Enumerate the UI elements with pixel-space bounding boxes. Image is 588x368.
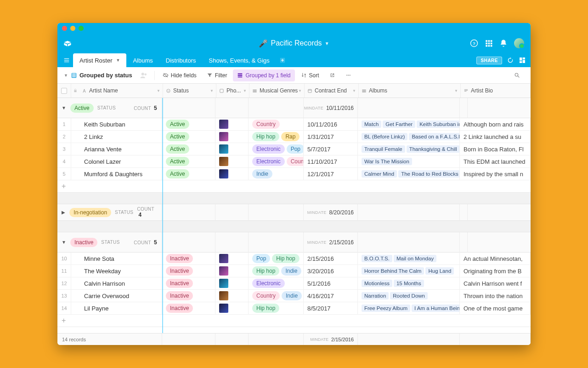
table-tab[interactable]: Distributors (159, 53, 203, 67)
add-row-button[interactable]: + (57, 180, 531, 193)
cell-genres[interactable]: Electronic (249, 277, 304, 289)
group-header[interactable]: ▼ Inactive STATUS COUNT 5 MINDATE2/15/20… (57, 232, 531, 253)
photo-thumbnail[interactable] (219, 291, 228, 300)
cell-bio[interactable]: This EDM act launched (460, 155, 531, 167)
table-list-menu-icon[interactable] (60, 53, 73, 67)
group-header[interactable]: ▼ Active STATUS COUNT 5 MINDATE10/11/201… (57, 98, 531, 118)
photo-thumbnail[interactable] (219, 304, 228, 313)
zoom-window-icon[interactable] (79, 26, 84, 31)
cell-photo[interactable] (215, 302, 249, 314)
cell-artist-name[interactable]: Keith Suburban (71, 118, 162, 130)
album-chip[interactable]: Thanksgiving & Chill (407, 145, 460, 153)
album-chip[interactable]: Hug Land (425, 267, 454, 275)
group-header[interactable]: ▶ In-negotiation STATUS COUNT 4 MINDATE8… (57, 204, 531, 221)
cell-genres[interactable]: CountryIndie (249, 290, 304, 302)
cell-status[interactable]: Inactive (162, 277, 215, 289)
help-icon[interactable]: ? (470, 39, 478, 47)
album-chip[interactable]: BL (Before Linkz) (362, 133, 407, 140)
cell-contract-end[interactable]: 12/1/2017 (304, 168, 358, 180)
photo-thumbnail[interactable] (219, 279, 228, 288)
cell-bio[interactable]: An actual Minnesotan, (460, 253, 531, 264)
album-chip[interactable]: Free Peezy Album (362, 305, 410, 312)
cell-contract-end[interactable]: 2/15/2016 (304, 253, 358, 264)
cell-contract-end[interactable]: 10/11/2016 (304, 118, 358, 130)
cell-genres[interactable]: Hip hopIndie (249, 265, 304, 277)
photo-thumbnail[interactable] (219, 266, 228, 276)
blocks-icon[interactable] (519, 57, 526, 64)
cell-photo[interactable] (215, 143, 249, 155)
album-chip[interactable]: I Am a Human Being (412, 305, 460, 312)
photo-thumbnail[interactable] (219, 169, 228, 178)
album-chip[interactable]: B.O.O.T.S. (362, 255, 392, 262)
table-row[interactable]: 1 Keith Suburban Active Country 10/11/20… (57, 118, 531, 131)
cell-genres[interactable]: PopHip hop (249, 253, 304, 264)
cell-bio[interactable]: Although born and rais (460, 118, 531, 130)
table-row[interactable]: 10 Minne Sota Inactive PopHip hop 2/15/2… (57, 253, 531, 265)
cell-artist-name[interactable]: Carrie Overwood (71, 290, 162, 302)
cell-status[interactable]: Inactive (162, 253, 215, 264)
cell-photo[interactable] (215, 118, 249, 130)
album-chip[interactable]: 15 Months (394, 280, 424, 287)
cell-genres[interactable]: ElectronicCountry (249, 155, 304, 167)
cell-bio[interactable]: One of the most game (460, 302, 531, 314)
user-avatar[interactable] (514, 38, 524, 48)
table-row[interactable]: 11 The Weekday Inactive Hip hopIndie 3/2… (57, 265, 531, 277)
cell-photo[interactable] (215, 277, 249, 289)
cell-albums[interactable]: NarrationRooted Down (358, 290, 460, 302)
cell-artist-name[interactable]: Colonel Lazer (71, 155, 162, 167)
cell-artist-name[interactable]: 2 Linkz (71, 131, 162, 143)
photo-thumbnail[interactable] (219, 132, 228, 141)
row-number[interactable]: 12 (57, 277, 71, 289)
base-title[interactable]: Pacific Records (271, 39, 322, 47)
cell-status[interactable]: Inactive (162, 290, 215, 302)
group-button[interactable]: Grouped by 1 field (233, 69, 294, 81)
cell-albums[interactable]: BL (Before Linkz)Based on a F.A.L.S.E (358, 131, 460, 143)
cell-genres[interactable]: Hip hopRap (249, 131, 304, 143)
cell-photo[interactable] (215, 265, 249, 277)
cell-status[interactable]: Active (162, 131, 215, 143)
cell-bio[interactable]: Born in Boca Raton, Fl (460, 143, 531, 155)
col-status[interactable]: Status (173, 87, 189, 94)
cell-bio[interactable]: 2 Linkz launched a su (460, 131, 531, 143)
select-all-checkbox[interactable] (57, 84, 71, 98)
cell-bio[interactable]: Originating from the B (460, 265, 531, 277)
cell-status[interactable]: Active (162, 168, 215, 180)
cell-photo[interactable] (215, 131, 249, 143)
album-chip[interactable]: Narration (362, 292, 389, 299)
cell-genres[interactable]: ElectronicPop (249, 143, 304, 155)
cell-genres[interactable]: Hip hop (249, 302, 304, 314)
photo-thumbnail[interactable] (219, 120, 228, 129)
cell-photo[interactable] (215, 253, 249, 264)
row-number[interactable]: 11 (57, 265, 71, 277)
album-chip[interactable]: Based on a F.A.L.S.E (409, 133, 460, 140)
table-row[interactable]: 3 Arianna Vente Active ElectronicPop 5/7… (57, 143, 531, 155)
cell-contract-end[interactable]: 5/1/2016 (304, 277, 358, 289)
col-genres[interactable]: Musical Genres (260, 87, 298, 94)
cell-contract-end[interactable]: 1/31/2017 (304, 131, 358, 143)
table-row[interactable]: 12 Calvin Harrison Inactive Electronic 5… (57, 277, 531, 290)
group-toggle-icon[interactable]: ▼ (61, 105, 67, 110)
table-row[interactable]: 13 Carrie Overwood Inactive CountryIndie… (57, 290, 531, 302)
col-photo[interactable]: Pho... (226, 87, 241, 94)
row-number[interactable]: 2 (57, 131, 71, 143)
cell-contract-end[interactable]: 5/7/2017 (304, 143, 358, 155)
cell-genres[interactable]: Country (249, 118, 304, 130)
cell-artist-name[interactable]: Mumford & Daughters (71, 168, 162, 180)
base-dropdown-caret-icon[interactable]: ▼ (325, 41, 329, 46)
photo-thumbnail[interactable] (219, 157, 228, 166)
search-icon[interactable] (510, 69, 524, 81)
row-number[interactable]: 3 (57, 143, 71, 155)
cell-status[interactable]: Inactive (162, 265, 215, 277)
row-number[interactable]: 5 (57, 168, 71, 180)
photo-thumbnail[interactable] (219, 254, 228, 263)
album-chip[interactable]: The Road to Red Blocks (398, 170, 460, 178)
cell-albums[interactable]: War Is The Mission (358, 155, 460, 167)
minimize-window-icon[interactable] (70, 26, 75, 31)
album-chip[interactable]: Get Farther (383, 121, 415, 128)
table-tab[interactable]: Shows, Events, & Gigs (203, 53, 276, 67)
table-body[interactable]: ▼ Active STATUS COUNT 5 MINDATE10/11/201… (57, 98, 531, 333)
hide-fields-button[interactable]: Hide fields (158, 69, 201, 81)
cell-artist-name[interactable]: Arianna Vente (71, 143, 162, 155)
group-toggle-icon[interactable]: ▶ (61, 210, 66, 215)
cell-contract-end[interactable]: 8/5/2017 (304, 302, 358, 314)
